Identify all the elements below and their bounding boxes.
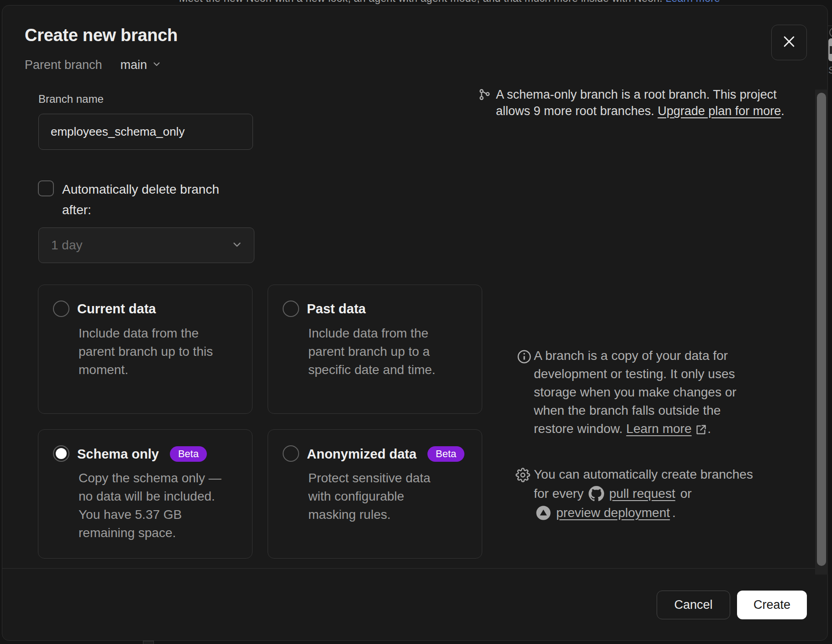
- github-icon: [589, 486, 604, 501]
- scrollbar-track[interactable]: [815, 90, 828, 575]
- background-edge-avatar: [829, 27, 832, 37]
- option-card-schema-only[interactable]: Schema only Beta Copy the schema only — …: [38, 429, 253, 559]
- close-icon: [781, 34, 797, 51]
- parent-branch-label: Parent branch: [25, 58, 102, 72]
- create-button[interactable]: Create: [737, 591, 807, 619]
- branch-name-input[interactable]: [38, 114, 253, 150]
- background-edge-divider: [828, 26, 832, 26]
- option-title: Past data: [307, 301, 366, 317]
- option-description: Copy the schema only — no data will be i…: [79, 469, 221, 542]
- option-card-current-data[interactable]: Current data Include data from the paren…: [38, 285, 253, 414]
- external-link-icon: [695, 423, 707, 436]
- info-icon: [516, 349, 532, 366]
- radio-schema-only[interactable]: [53, 445, 69, 462]
- option-card-anonymized-data[interactable]: Anonymized data Beta Protect sensitive d…: [268, 429, 482, 559]
- background-bottom-fragment: [143, 641, 154, 644]
- vercel-icon: [536, 505, 551, 521]
- screen: Meet the new Neon with a new look, an ag…: [0, 0, 832, 644]
- option-description: Protect sensitive data with configurable…: [308, 469, 431, 524]
- background-edge-button-glyph: [830, 46, 832, 54]
- chevron-down-icon: [231, 238, 243, 252]
- auto-delete-checkbox[interactable]: [38, 180, 54, 196]
- option-description: Include data from the parent branch up t…: [308, 324, 436, 379]
- root-branch-note: A schema-only branch is a root branch. T…: [496, 86, 785, 119]
- cancel-button[interactable]: Cancel: [657, 591, 730, 619]
- delete-duration-select[interactable]: 1 day: [38, 227, 254, 263]
- automation-note: You can automatically create branches fo…: [534, 465, 753, 523]
- preview-deployment-link[interactable]: preview deployment: [556, 503, 670, 523]
- option-card-past-data[interactable]: Past data Include data from the parent b…: [268, 285, 482, 414]
- background-edge-text-fragment: S: [828, 64, 832, 76]
- learn-more-link[interactable]: Learn more: [626, 422, 691, 436]
- option-description: Include data from the parent branch up t…: [79, 324, 213, 379]
- footer-divider: [2, 568, 827, 569]
- branch-copy-note: A branch is a copy of your data for deve…: [534, 347, 737, 438]
- parent-branch-select[interactable]: main: [121, 58, 162, 72]
- option-title: Current data: [77, 301, 156, 317]
- option-title: Anonymized data: [307, 447, 416, 462]
- banner-learn-more-link[interactable]: Learn more: [665, 0, 720, 4]
- option-title: Schema only: [77, 447, 159, 462]
- dialog-title: Create new branch: [25, 26, 178, 45]
- upgrade-plan-link[interactable]: Upgrade plan for more: [658, 104, 781, 118]
- create-branch-dialog: Create new branch Parent branch main Bra…: [2, 5, 828, 641]
- radio-anonymized-data[interactable]: [283, 445, 299, 462]
- chevron-down-icon: [152, 58, 162, 72]
- banner-text: Meet the new Neon with a new look, an ag…: [179, 0, 663, 4]
- parent-branch-row: Parent branch main: [25, 58, 162, 72]
- scrollbar-thumb[interactable]: [817, 93, 826, 566]
- beta-badge: Beta: [427, 446, 464, 462]
- pull-request-link[interactable]: pull request: [609, 484, 675, 503]
- parent-branch-value: main: [121, 58, 147, 72]
- delete-duration-value: 1 day: [51, 238, 231, 253]
- branch-name-label: Branch name: [38, 93, 104, 106]
- beta-badge: Beta: [170, 446, 207, 462]
- radio-past-data[interactable]: [283, 301, 299, 317]
- close-button[interactable]: [771, 25, 807, 60]
- branch-icon: [478, 88, 491, 103]
- background-banner: Meet the new Neon with a new look, an ag…: [0, 0, 832, 5]
- gear-icon: [516, 468, 530, 484]
- radio-current-data[interactable]: [53, 301, 69, 317]
- auto-delete-label: Automatically delete branch after:: [62, 179, 229, 220]
